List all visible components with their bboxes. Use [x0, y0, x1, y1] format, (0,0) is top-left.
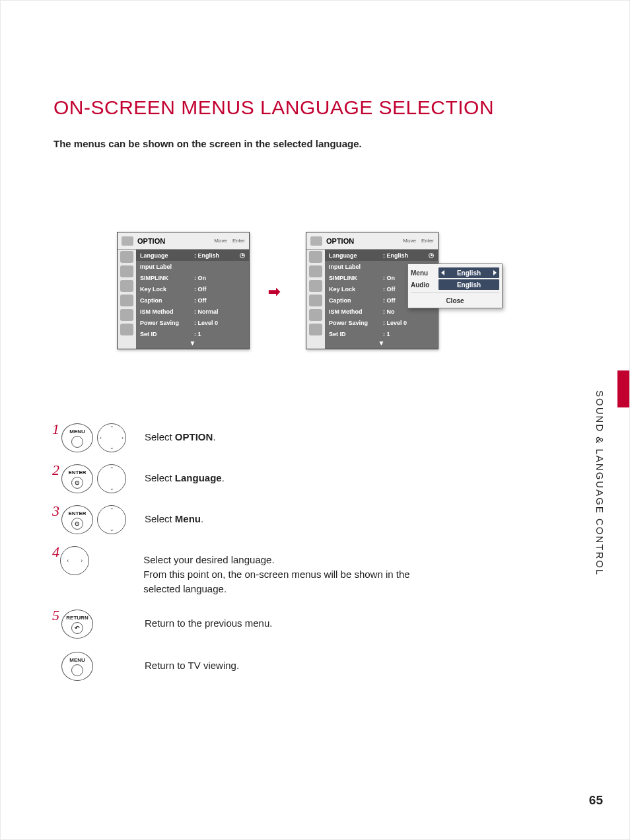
osd-row[interactable]: Caption: Off	[136, 295, 249, 306]
popup-chip-audio[interactable]: English	[438, 279, 499, 290]
page-number: 65	[589, 793, 603, 808]
radio-bullet-icon	[429, 253, 434, 258]
osd-row-value: : On	[194, 275, 206, 281]
step-text-line: From this point on, the on-screen menus …	[143, 569, 410, 594]
hint-enter: Enter	[421, 238, 434, 244]
remote-button-label: MENU	[69, 429, 85, 435]
sidebar-icon	[120, 295, 133, 306]
remote-button-label: MENU	[69, 657, 85, 663]
osd-row-value: : Normal	[194, 308, 219, 315]
osd-row-value: : English	[194, 252, 219, 259]
dpad-updown[interactable]: ⌃⌄	[97, 505, 126, 534]
chevron-down-icon: ▼	[136, 339, 249, 349]
chevron-up-icon: ⌃	[110, 507, 114, 513]
step-text: Select Language.	[145, 464, 225, 485]
osd-sidebar	[118, 250, 136, 349]
sidebar-icon	[120, 280, 133, 292]
step-buttons: MENU	[61, 652, 127, 681]
osd-row-value: : Off	[194, 297, 207, 304]
osd-row-value: : Off	[383, 286, 396, 293]
chevron-down-icon: ⌄	[110, 485, 114, 491]
page-subtitle: The menus can be shown on the screen in …	[53, 138, 362, 149]
osd-row-value: : No	[383, 308, 395, 315]
dpad-full[interactable]: ⌃⌄‹›	[97, 423, 126, 452]
osd-row-label: Caption	[140, 297, 194, 304]
remote-button-enter[interactable]: ENTER⊙	[61, 505, 93, 534]
popup-chip-menu[interactable]: English	[438, 267, 499, 278]
osd-row-label: Language	[329, 252, 383, 259]
sidebar-icon	[309, 280, 322, 292]
chevron-down-icon: ⌄	[110, 444, 114, 450]
osd-row[interactable]: Set ID: 1	[136, 328, 249, 339]
osd-row-label: Set ID	[140, 331, 194, 337]
button-indicator-icon	[71, 436, 83, 448]
sidebar-icon	[309, 251, 322, 263]
osd-panel-left: OPTION Move Enter Language: EnglishInput…	[117, 232, 250, 349]
osd-row[interactable]: Power Saving: Level 0	[136, 317, 249, 328]
sidebar-icon	[120, 251, 133, 263]
popup-value-audio: English	[457, 281, 481, 289]
page-title: ON-SCREEN MENUS LANGUAGE SELECTION	[53, 96, 494, 119]
osd-row[interactable]: ISM Method: Normal	[136, 306, 249, 317]
remote-button-enter[interactable]: ENTER⊙	[61, 464, 93, 493]
button-indicator-icon: ⊙	[71, 518, 83, 530]
chevron-left-icon[interactable]	[441, 270, 444, 275]
step-number: 4	[52, 546, 60, 558]
chevron-right-icon[interactable]	[493, 270, 497, 275]
step-number: 1	[52, 423, 61, 435]
button-indicator-icon: ↶	[71, 622, 83, 634]
sidebar-icon	[120, 324, 133, 335]
osd-hints: Move Enter	[214, 238, 245, 244]
step-number: 3	[52, 505, 61, 517]
osd-row[interactable]: Language: English	[325, 250, 438, 261]
remote-button-menu[interactable]: MENU	[61, 423, 93, 452]
osd-row[interactable]: SIMPLINK: On	[136, 272, 249, 283]
osd-row-value: : 1	[194, 331, 201, 337]
step-text-line: Return to TV viewing.	[145, 660, 239, 671]
step-number: 2	[52, 464, 61, 476]
step: 5RETURN↶Return to the previous menu.	[52, 610, 448, 639]
osd-row[interactable]: Key Lock: Off	[136, 283, 249, 295]
popup-label-audio: Audio	[411, 281, 436, 289]
popup-row-audio[interactable]: Audio English	[411, 279, 499, 291]
osd-row-value: : English	[383, 252, 408, 259]
option-icon	[122, 236, 133, 246]
osd-row[interactable]: Set ID: 1	[325, 328, 438, 339]
osd-row[interactable]: Power Saving: Level 0	[325, 317, 438, 328]
hint-enter: Enter	[232, 238, 245, 244]
step-text-line: Return to the previous menu.	[145, 617, 272, 629]
step-text: Return to TV viewing.	[145, 652, 239, 673]
step-buttons: ENTER⊙⌃⌄	[61, 464, 127, 493]
osd-row-label: Power Saving	[329, 320, 383, 326]
dpad-updown[interactable]: ⌃⌄	[97, 464, 126, 493]
osd-row[interactable]: Input Label	[136, 261, 249, 272]
step-buttons: MENU⌃⌄‹›	[61, 423, 127, 452]
remote-button-menu[interactable]: MENU	[61, 652, 93, 681]
sidebar-icon	[309, 324, 322, 335]
osd-row-value: : Off	[194, 286, 207, 293]
divider	[411, 293, 499, 293]
osd-row[interactable]: Language: English	[136, 250, 249, 261]
remote-button-label: RETURN	[66, 615, 88, 621]
osd-row-label: Caption	[329, 297, 383, 304]
step: 4‹›Select your desired language.From thi…	[52, 546, 448, 596]
chevron-down-icon: ⌄	[110, 526, 114, 532]
dpad-leftright[interactable]: ‹›	[60, 546, 89, 575]
chevron-up-icon: ⌃	[110, 466, 114, 472]
popup-close-button[interactable]: Close	[411, 295, 499, 305]
chevron-right-icon: ›	[81, 557, 83, 564]
remote-button-return[interactable]: RETURN↶	[61, 610, 93, 639]
step-text: Select Menu.	[145, 505, 203, 526]
sidebar-icon	[309, 295, 322, 306]
hint-move: Move	[403, 238, 416, 244]
osd-header: OPTION Move Enter	[306, 232, 438, 250]
step-text-suffix: .	[201, 513, 203, 524]
sidebar-icon	[309, 265, 322, 277]
step-text-prefix: Select	[145, 513, 175, 524]
osd-row-label: Key Lock	[140, 286, 194, 293]
remote-button-label: ENTER	[68, 470, 86, 475]
popup-row-menu[interactable]: Menu English	[411, 267, 499, 279]
step: 2ENTER⊙⌃⌄Select Language.	[52, 464, 448, 493]
osd-row-label: SIMPLINK	[329, 275, 383, 281]
step-text-bold: OPTION	[175, 431, 213, 442]
